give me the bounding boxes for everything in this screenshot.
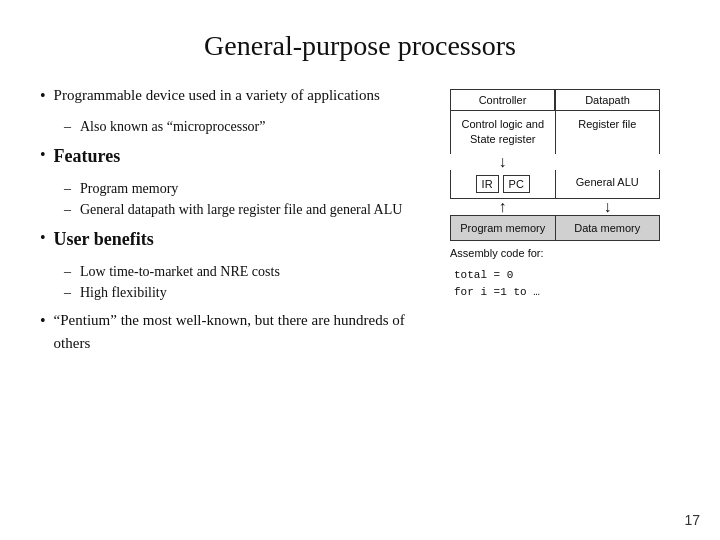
page-number: 17 [684,512,700,528]
right-column: Controller Datapath Control logic and St… [450,84,680,520]
datapath-header: Datapath [555,89,660,111]
slide-title: General-purpose processors [40,30,680,62]
ir-pc-alu-row: IR PC General ALU [450,170,660,199]
bullet-text-2: Features [54,143,121,170]
sub-bullet-2-2: General datapath with large register fil… [64,199,440,220]
code-line-2: for i =1 to … [454,284,540,301]
bullet-dot-2: • [40,143,46,167]
sub-bullets-2: Program memory General datapath with lar… [64,178,440,220]
sub-bullet-2-1: Program memory [64,178,440,199]
diagram-middle-row: Control logic and State register Registe… [450,111,660,154]
sub-bullet-3-2: High flexibility [64,282,440,303]
left-column: • Programmable device used in a variety … [40,84,440,520]
bullet-1: • Programmable device used in a variety … [40,84,440,108]
assembly-label: Assembly code for: [450,247,544,259]
ir-box: IR [476,175,499,193]
diagram: Controller Datapath Control logic and St… [450,89,680,300]
pc-box: PC [503,175,530,193]
control-logic-cell: Control logic and State register [451,111,556,154]
arrow-down-right-2: ↓ [555,198,660,216]
bullet-3: • User benefits [40,226,440,253]
slide: General-purpose processors • Programmabl… [0,0,720,540]
bullet-text-3: User benefits [54,226,154,253]
program-memory-cell: Program memory [450,215,555,241]
arrow-up-left: ↑ [450,198,555,216]
arrow-down-left: ↓ [450,153,555,171]
data-memory-cell: Data memory [555,215,661,241]
bullet-dot-4: • [40,309,46,333]
bullet-2: • Features [40,143,440,170]
sub-bullets-3: Low time-to-market and NRE costs High fl… [64,261,440,303]
bullet-dot-3: • [40,226,46,250]
sub-bullets-1: Also known as “microprocessor” [64,116,440,137]
bullet-text-1: Programmable device used in a variety of… [54,84,380,107]
controller-header: Controller [450,89,555,111]
general-alu-cell: General ALU [556,170,660,198]
ir-pc-cell: IR PC [451,170,556,198]
code-block: total = 0 for i =1 to … [454,267,540,300]
bullet-text-4: “Pentium” the most well-known, but there… [54,309,440,354]
code-line-1: total = 0 [454,267,540,284]
arrows-row-1: ↓ ↓ [450,154,660,170]
arrows-row-2: ↑ ↓ [450,199,660,215]
prog-data-mem-row: Program memory Data memory [450,215,660,241]
sub-bullet-3-1: Low time-to-market and NRE costs [64,261,440,282]
register-file-cell: Register file [556,111,660,154]
bullet-4: • “Pentium” the most well-known, but the… [40,309,440,354]
content-area: • Programmable device used in a variety … [40,84,680,520]
diagram-header-row: Controller Datapath [450,89,660,111]
bullet-dot-1: • [40,84,46,108]
sub-bullet-1-1: Also known as “microprocessor” [64,116,440,137]
